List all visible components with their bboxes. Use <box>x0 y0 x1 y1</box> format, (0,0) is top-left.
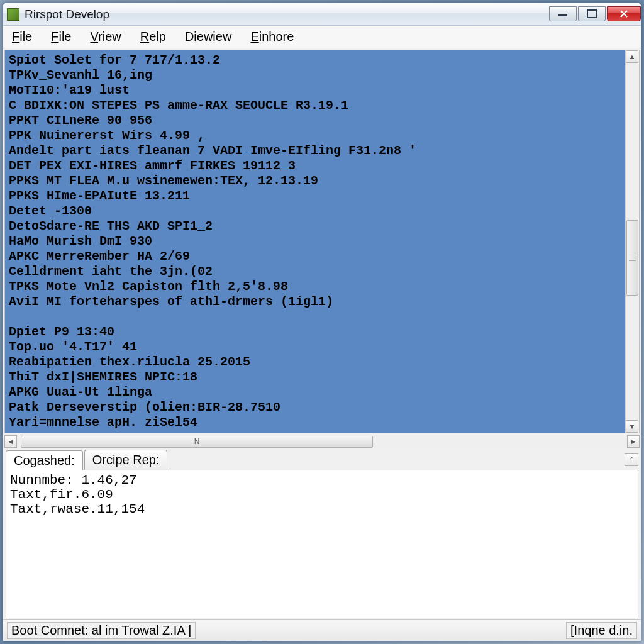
minimize-button[interactable] <box>549 6 577 21</box>
maximize-button[interactable] <box>578 6 606 21</box>
vscroll-track[interactable] <box>626 63 639 420</box>
tab-orcipe-rep[interactable]: Orcipe Rep: <box>84 450 168 470</box>
chevron-up-icon: ⌃ <box>629 456 635 464</box>
scroll-left-arrow-icon[interactable]: ◄ <box>4 435 17 448</box>
app-icon <box>7 8 19 21</box>
tab-cogashed[interactable]: Cogashed: <box>6 450 83 470</box>
panel-collapse-button[interactable]: ⌃ <box>625 453 638 466</box>
editor-pane: Spiot Solet for 7 717/1.13.2 TPKv_Sevanh… <box>4 50 640 433</box>
app-window: Rirspot Develop File File Vriew Relp Die… <box>3 3 641 641</box>
menu-vriew[interactable]: Vriew <box>86 27 125 47</box>
menu-diewiew[interactable]: Diewiew <box>181 27 235 47</box>
scroll-right-arrow-icon[interactable]: ► <box>627 435 640 448</box>
hscroll-track[interactable]: N <box>17 435 627 448</box>
statusbar: Boot Comnet: al im Trowal Z.IA | [Inqne … <box>3 619 641 641</box>
status-left: Boot Comnet: al im Trowal Z.IA | <box>7 622 196 639</box>
status-right: [Inqne d.in. <box>566 622 637 639</box>
scroll-up-arrow-icon[interactable]: ▲ <box>626 50 638 63</box>
menu-file-2[interactable]: File <box>47 27 75 47</box>
window-title: Rirspot Develop <box>25 8 548 21</box>
output-panel[interactable]: Nunnmbe: 1.46,27 Taxt,fir.6.09 Taxt,rwas… <box>6 470 638 618</box>
menu-file-1[interactable]: File <box>8 27 36 47</box>
menubar: File File Vriew Relp Diewiew Einhore <box>3 26 641 48</box>
window-controls <box>548 6 641 23</box>
editor-text[interactable]: Spiot Solet for 7 717/1.13.2 TPKv_Sevanh… <box>5 50 625 433</box>
titlebar[interactable]: Rirspot Develop <box>3 3 641 26</box>
horizontal-scrollbar[interactable]: ◄ N ► <box>4 435 640 448</box>
close-button[interactable] <box>607 6 641 21</box>
hscroll-thumb[interactable]: N <box>21 436 373 448</box>
tabs-row: Cogashed: Orcipe Rep: ⌃ <box>6 450 638 470</box>
close-icon <box>619 9 629 19</box>
menu-relp[interactable]: Relp <box>136 27 170 47</box>
menu-einhore[interactable]: Einhore <box>247 27 297 47</box>
vscroll-thumb[interactable] <box>626 220 638 296</box>
vertical-scrollbar[interactable]: ▲ ▼ <box>625 50 639 433</box>
scroll-down-arrow-icon[interactable]: ▼ <box>626 420 638 433</box>
